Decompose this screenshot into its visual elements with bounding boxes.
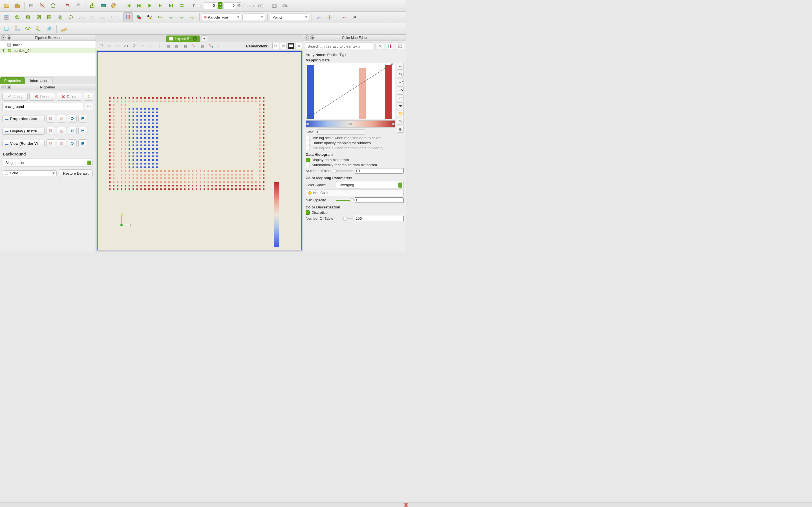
num-table-slider[interactable] — [342, 218, 353, 219]
paste-view-icon[interactable] — [57, 139, 66, 147]
last-frame-icon[interactable] — [166, 1, 176, 10]
palette-icon[interactable] — [109, 1, 119, 10]
split-h-icon[interactable] — [272, 43, 279, 49]
rv-sel5-icon[interactable]: ▦ — [199, 43, 206, 49]
bins-slider[interactable] — [334, 170, 353, 172]
nan-opacity-slider[interactable] — [336, 200, 353, 201]
open-file-icon[interactable] — [2, 1, 11, 10]
colorbar[interactable] — [274, 182, 279, 247]
tab-properties[interactable]: Properties — [0, 77, 25, 84]
rv-sel1-icon[interactable]: ▦ — [165, 43, 172, 49]
save-props-icon[interactable] — [79, 115, 87, 122]
advanced-gear-icon[interactable]: ⚙ — [397, 126, 404, 133]
pipeline-item-particle[interactable]: particle_0* — [0, 48, 96, 53]
copy-view-icon[interactable] — [46, 139, 55, 147]
rescale-time-icon[interactable]: t — [177, 12, 186, 22]
opacity-histogram[interactable] — [306, 63, 395, 119]
rescale-custom-side-icon[interactable]: ↹ — [397, 71, 404, 77]
wave-icon[interactable] — [23, 24, 33, 34]
pipeline-popout-icon[interactable]: ▣ — [7, 35, 11, 40]
tab-information[interactable]: Information — [26, 77, 52, 84]
rv-2d-button[interactable]: 2D — [122, 43, 130, 49]
layout-tab-1[interactable]: Layout #1 ✕ — [166, 36, 200, 42]
rescale-custom-icon[interactable]: C — [166, 12, 175, 22]
rv-minus-icon[interactable]: − — [148, 43, 155, 49]
discretize-checkbox[interactable]: Discretize — [306, 210, 404, 215]
add-layout-button[interactable]: + — [202, 36, 207, 41]
maximize-view-icon[interactable] — [288, 43, 294, 49]
snowflake-icon[interactable] — [45, 24, 54, 34]
colorspace-select[interactable]: Diverging — [336, 181, 404, 188]
redo-icon[interactable] — [73, 1, 83, 10]
cme-legend-icon[interactable]: e — [396, 43, 404, 50]
cme-close-icon[interactable]: ✕ — [305, 35, 309, 40]
section-view-header[interactable]: ▬View (Render Vi — [2, 140, 45, 147]
color-gradient-strip[interactable] — [306, 120, 395, 128]
overflow-icon[interactable] — [350, 12, 359, 22]
copy-props-icon[interactable] — [46, 115, 55, 122]
rv-chevron[interactable]: » — [217, 44, 219, 48]
rv-center-icon[interactable] — [139, 43, 147, 49]
num-table-input[interactable] — [355, 216, 404, 221]
delete-button[interactable]: Delete — [57, 93, 82, 101]
properties-popout-icon[interactable]: ▣ — [7, 85, 11, 89]
auto-recompute-checkbox[interactable]: Automatically recompute data histogram — [306, 163, 404, 167]
orient-icon[interactable] — [339, 12, 349, 22]
background-color-chip[interactable]: Color — [3, 170, 57, 176]
rescale-visible-icon[interactable] — [188, 12, 197, 22]
rv-sel4-icon[interactable] — [190, 43, 197, 49]
ruler-icon[interactable] — [59, 24, 68, 34]
rv-sel3-icon[interactable]: ▦ — [182, 43, 189, 49]
rv-sel2-icon[interactable]: ▦ — [173, 43, 181, 49]
array-component-select[interactable] — [243, 13, 265, 21]
close-view-icon[interactable]: ✕ — [295, 43, 302, 49]
rescale-range-icon[interactable] — [155, 12, 165, 22]
representation-select[interactable]: Points — [270, 13, 309, 21]
display-histogram-checkbox[interactable]: Display data histogram — [306, 158, 404, 162]
prev-frame-icon[interactable] — [134, 1, 144, 10]
rescale-range-side-icon[interactable]: ↔ — [397, 63, 404, 69]
contour-icon[interactable] — [12, 12, 22, 22]
rescale-icon[interactable] — [145, 12, 154, 22]
extract-icon[interactable] — [55, 12, 65, 22]
recent-file-icon[interactable] — [12, 1, 22, 10]
stream-icon[interactable] — [77, 12, 86, 22]
timeline-icon[interactable] — [12, 24, 22, 34]
pipeline-browser[interactable]: builtin: particle_0* — [0, 41, 96, 76]
apply-button[interactable]: Apply — [2, 93, 28, 101]
rescale-visible-side-icon[interactable]: ↔v — [397, 87, 404, 93]
save-display-icon[interactable] — [79, 127, 87, 135]
time-value-input[interactable] — [204, 2, 216, 9]
calculator-icon[interactable] — [2, 12, 11, 22]
first-frame-icon[interactable] — [123, 1, 133, 10]
cme-popout-icon[interactable]: ▣ — [310, 35, 315, 40]
camera-add-icon[interactable]: + — [280, 1, 290, 10]
connect-icon[interactable] — [27, 1, 36, 10]
axes-xyz-icon[interactable] — [314, 12, 324, 22]
rv-axes-toggle-icon[interactable] — [156, 43, 163, 49]
edit-tf-icon[interactable]: ✎ — [397, 118, 404, 125]
visibility-icon[interactable] — [2, 48, 6, 52]
reload-props-icon[interactable] — [68, 115, 77, 122]
camera-icon[interactable] — [269, 1, 279, 10]
clip-icon[interactable] — [23, 12, 33, 22]
reload-display-icon[interactable] — [68, 127, 77, 135]
frame-spin[interactable]: ▲▼ — [237, 2, 241, 9]
restore-default-button[interactable]: Restore Default — [59, 169, 93, 177]
screenshot-icon[interactable] — [98, 1, 108, 10]
properties-gear-icon[interactable] — [85, 103, 93, 110]
edit-colormap-icon[interactable] — [123, 12, 133, 22]
group-icon[interactable] — [98, 12, 108, 22]
scalar-bar-icon[interactable] — [134, 12, 144, 22]
slice-icon[interactable] — [34, 12, 43, 22]
preset-icon[interactable]: ❤ — [397, 102, 404, 109]
nan-color-chip[interactable]: Nan Color — [306, 189, 404, 196]
next-frame-icon[interactable] — [156, 1, 165, 10]
properties-close-icon[interactable]: ✕ — [1, 85, 6, 89]
copy-display-icon[interactable] — [46, 127, 55, 135]
properties-search-input[interactable] — [2, 103, 83, 110]
glyph-icon[interactable] — [66, 12, 75, 22]
time-frame-input[interactable] — [223, 2, 236, 9]
help-button[interactable]: ? — [84, 93, 93, 101]
opacity-surfaces-checkbox[interactable]: Enable opacity mapping for surfaces — [306, 141, 404, 145]
